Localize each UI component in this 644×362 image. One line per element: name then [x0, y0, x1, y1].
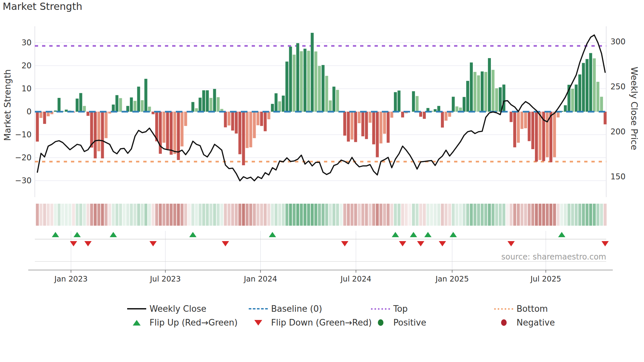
strength-bar	[441, 112, 444, 127]
heat-cell	[546, 204, 549, 226]
strength-bar	[484, 72, 487, 112]
y-tick-left: −30	[7, 176, 32, 185]
heat-cell	[177, 204, 180, 226]
strength-bar	[604, 112, 607, 124]
x-tick-label: Jan 2025	[435, 275, 469, 283]
strength-bar	[311, 33, 314, 112]
heat-cell	[539, 204, 541, 226]
top-dotted-icon	[371, 308, 390, 310]
heat-cell	[329, 204, 332, 226]
heat-cell	[488, 204, 491, 226]
strength-bar	[416, 96, 419, 112]
heat-cell	[582, 204, 585, 226]
heat-cell	[54, 204, 57, 226]
strength-bar	[39, 112, 42, 118]
strength-bar	[520, 112, 523, 129]
heat-cell	[180, 204, 183, 226]
heat-cell	[564, 204, 567, 226]
strength-bar	[329, 101, 332, 112]
heat-cell	[484, 204, 487, 226]
heat-cell	[249, 204, 252, 226]
strength-bar	[278, 102, 281, 112]
heat-cell	[97, 204, 100, 226]
heat-cell	[304, 204, 307, 226]
strength-bar	[582, 63, 585, 112]
strength-bar	[130, 98, 133, 112]
heat-cell	[387, 204, 390, 226]
heat-cell	[441, 204, 444, 226]
flip-up-marker	[449, 232, 457, 237]
strength-bar	[307, 51, 310, 112]
strength-bar	[470, 62, 473, 112]
strength-bar	[423, 112, 426, 119]
y-tick-left: −10	[7, 130, 32, 139]
heat-cell	[492, 204, 494, 226]
flip-down-marker	[150, 241, 157, 246]
heat-cell	[112, 204, 115, 226]
heat-cell	[108, 204, 111, 226]
x-tick-label: Jul 2024	[341, 275, 372, 283]
strength-bar	[101, 112, 104, 158]
strength-bar	[119, 98, 122, 112]
heat-cell	[560, 204, 563, 226]
strength-bar	[600, 97, 603, 112]
strength-bar	[94, 112, 97, 158]
strength-bar	[473, 72, 476, 112]
heat-cell	[390, 204, 393, 226]
strength-bar	[524, 112, 527, 128]
heat-cell	[535, 204, 538, 226]
heat-cell	[434, 204, 437, 226]
heat-cell	[43, 204, 46, 226]
strength-bar	[488, 58, 491, 112]
heat-cell	[159, 204, 162, 226]
flip-up-marker	[558, 232, 565, 237]
heat-cell	[239, 204, 242, 226]
strength-bar	[593, 58, 596, 112]
strength-bar	[564, 105, 567, 112]
legend-item-bottom: Bottom	[494, 304, 548, 314]
strength-bar	[137, 87, 140, 112]
heat-cell	[600, 204, 603, 226]
heat-cell	[242, 204, 245, 226]
heat-cell	[257, 204, 260, 226]
heat-cell	[104, 204, 107, 226]
page-title: Market Strength	[3, 1, 82, 12]
strength-bar	[126, 106, 129, 112]
strength-bar	[531, 112, 534, 149]
strength-bar	[466, 81, 469, 112]
strength-bar	[184, 112, 187, 126]
baseline-dash-icon	[249, 308, 268, 309]
legend-label: Weekly Close	[150, 304, 206, 314]
strength-bar	[210, 98, 213, 112]
flip-up-marker	[74, 232, 81, 237]
strength-bar	[390, 112, 393, 118]
strength-bar	[97, 112, 100, 151]
heat-cell	[354, 204, 357, 226]
strength-bar	[173, 112, 176, 154]
heat-cell	[372, 204, 375, 226]
strength-bar	[347, 112, 350, 142]
heat-cell	[314, 204, 317, 226]
strength-bar	[333, 87, 335, 112]
y-tick-left: 30	[7, 38, 32, 47]
heat-cell	[39, 204, 42, 226]
heat-cell	[217, 204, 220, 226]
heat-cell	[115, 204, 118, 226]
heat-cell	[567, 204, 570, 226]
heat-cell	[347, 204, 350, 226]
heat-cell	[340, 204, 343, 226]
strength-bar	[412, 91, 415, 112]
weekly-close-line-icon	[127, 308, 146, 309]
negative-dot-icon	[494, 319, 513, 326]
heat-cell	[79, 204, 82, 226]
heat-cell	[333, 204, 335, 226]
heat-cell	[289, 204, 292, 226]
strength-bar	[242, 112, 245, 165]
x-tick-label: Jan 2024	[244, 275, 277, 283]
heat-cell	[137, 204, 140, 226]
y-tick-left: −20	[7, 153, 32, 162]
strength-bar	[492, 70, 494, 112]
strength-bar	[267, 112, 270, 119]
heat-cell	[267, 204, 270, 226]
heat-cell	[502, 204, 505, 226]
